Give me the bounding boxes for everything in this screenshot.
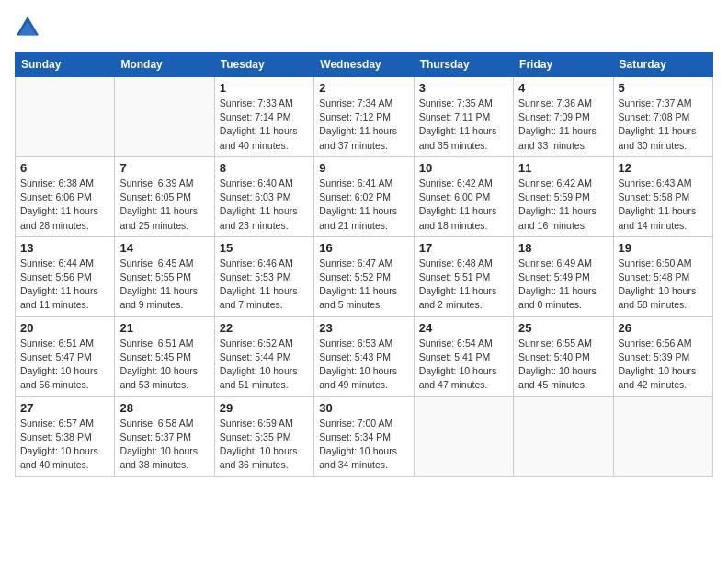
cell-info: Sunrise: 6:53 AMSunset: 5:43 PMDaylight:… (319, 337, 408, 393)
calendar-cell: 19Sunrise: 6:50 AMSunset: 5:48 PMDayligh… (613, 236, 712, 316)
day-header-saturday: Saturday (613, 52, 712, 77)
day-number: 8 (220, 161, 309, 175)
calendar-cell: 14Sunrise: 6:45 AMSunset: 5:55 PMDayligh… (115, 236, 214, 316)
cell-info: Sunrise: 6:49 AMSunset: 5:49 PMDaylight:… (518, 257, 608, 313)
week-row-4: 20Sunrise: 6:51 AMSunset: 5:47 PMDayligh… (16, 316, 713, 396)
cell-info: Sunrise: 6:46 AMSunset: 5:53 PMDaylight:… (220, 257, 309, 313)
calendar-cell: 20Sunrise: 6:51 AMSunset: 5:47 PMDayligh… (16, 316, 115, 396)
cell-info: Sunrise: 6:47 AMSunset: 5:52 PMDaylight:… (319, 257, 408, 313)
day-number: 16 (319, 241, 408, 255)
cell-info: Sunrise: 7:00 AMSunset: 5:34 PMDaylight:… (319, 417, 408, 473)
calendar-cell: 18Sunrise: 6:49 AMSunset: 5:49 PMDayligh… (514, 236, 613, 316)
calendar-cell: 27Sunrise: 6:57 AMSunset: 5:38 PMDayligh… (16, 396, 115, 477)
day-header-wednesday: Wednesday (314, 52, 414, 77)
cell-info: Sunrise: 6:43 AMSunset: 5:58 PMDaylight:… (619, 177, 708, 233)
cell-info: Sunrise: 6:41 AMSunset: 6:02 PMDaylight:… (319, 177, 408, 233)
cell-info: Sunrise: 6:59 AMSunset: 5:35 PMDaylight:… (220, 417, 309, 473)
week-row-2: 6Sunrise: 6:38 AMSunset: 6:06 PMDaylight… (16, 156, 713, 236)
header-row: SundayMondayTuesdayWednesdayThursdayFrid… (16, 52, 713, 77)
calendar-cell: 10Sunrise: 6:42 AMSunset: 6:00 PMDayligh… (414, 156, 513, 236)
cell-info: Sunrise: 6:42 AMSunset: 6:00 PMDaylight:… (419, 177, 508, 233)
logo-icon (15, 15, 40, 40)
day-number: 27 (20, 401, 109, 415)
day-number: 29 (220, 401, 309, 415)
day-number: 1 (220, 81, 309, 95)
cell-info: Sunrise: 6:51 AMSunset: 5:45 PMDaylight:… (119, 337, 209, 393)
day-header-tuesday: Tuesday (214, 52, 313, 77)
calendar-cell: 25Sunrise: 6:55 AMSunset: 5:40 PMDayligh… (514, 316, 613, 396)
day-number: 12 (619, 161, 708, 175)
cell-info: Sunrise: 6:38 AMSunset: 6:06 PMDaylight:… (20, 177, 109, 233)
cell-info: Sunrise: 6:50 AMSunset: 5:48 PMDaylight:… (619, 257, 708, 313)
day-number: 2 (319, 81, 408, 95)
cell-info: Sunrise: 6:56 AMSunset: 5:39 PMDaylight:… (619, 337, 708, 393)
day-number: 30 (319, 401, 408, 415)
calendar-cell (613, 396, 712, 477)
calendar-cell: 30Sunrise: 7:00 AMSunset: 5:34 PMDayligh… (314, 396, 414, 477)
day-number: 20 (20, 321, 109, 335)
calendar-table: SundayMondayTuesdayWednesdayThursdayFrid… (15, 52, 713, 477)
day-number: 28 (119, 401, 209, 415)
calendar-cell: 4Sunrise: 7:36 AMSunset: 7:09 PMDaylight… (514, 77, 613, 157)
cell-info: Sunrise: 6:44 AMSunset: 5:56 PMDaylight:… (20, 257, 109, 313)
calendar-cell (16, 77, 115, 157)
cell-info: Sunrise: 6:48 AMSunset: 5:51 PMDaylight:… (419, 257, 508, 313)
logo (15, 15, 44, 40)
cell-info: Sunrise: 6:57 AMSunset: 5:38 PMDaylight:… (20, 417, 109, 473)
calendar-cell: 3Sunrise: 7:35 AMSunset: 7:11 PMDaylight… (414, 77, 513, 157)
calendar-cell (514, 396, 613, 477)
calendar-cell: 1Sunrise: 7:33 AMSunset: 7:14 PMDaylight… (214, 77, 313, 157)
day-number: 26 (619, 321, 708, 335)
calendar-cell: 11Sunrise: 6:42 AMSunset: 5:59 PMDayligh… (514, 156, 613, 236)
cell-info: Sunrise: 7:33 AMSunset: 7:14 PMDaylight:… (220, 97, 309, 153)
day-number: 3 (419, 81, 508, 95)
week-row-1: 1Sunrise: 7:33 AMSunset: 7:14 PMDaylight… (16, 77, 713, 157)
day-number: 19 (619, 241, 708, 255)
calendar-cell: 6Sunrise: 6:38 AMSunset: 6:06 PMDaylight… (16, 156, 115, 236)
cell-info: Sunrise: 6:54 AMSunset: 5:41 PMDaylight:… (419, 337, 508, 393)
cell-info: Sunrise: 7:34 AMSunset: 7:12 PMDaylight:… (319, 97, 408, 153)
calendar-cell: 29Sunrise: 6:59 AMSunset: 5:35 PMDayligh… (214, 396, 313, 477)
day-number: 9 (319, 161, 408, 175)
cell-info: Sunrise: 6:45 AMSunset: 5:55 PMDaylight:… (119, 257, 209, 313)
calendar-cell: 22Sunrise: 6:52 AMSunset: 5:44 PMDayligh… (214, 316, 313, 396)
day-number: 6 (20, 161, 109, 175)
calendar-cell: 7Sunrise: 6:39 AMSunset: 6:05 PMDaylight… (115, 156, 214, 236)
calendar-cell: 16Sunrise: 6:47 AMSunset: 5:52 PMDayligh… (314, 236, 414, 316)
calendar-cell: 17Sunrise: 6:48 AMSunset: 5:51 PMDayligh… (414, 236, 513, 316)
day-number: 4 (518, 81, 608, 95)
day-header-friday: Friday (514, 52, 613, 77)
day-number: 11 (518, 161, 608, 175)
day-number: 5 (619, 81, 708, 95)
day-header-monday: Monday (115, 52, 214, 77)
calendar-cell: 13Sunrise: 6:44 AMSunset: 5:56 PMDayligh… (16, 236, 115, 316)
calendar-cell: 12Sunrise: 6:43 AMSunset: 5:58 PMDayligh… (613, 156, 712, 236)
cell-info: Sunrise: 7:36 AMSunset: 7:09 PMDaylight:… (518, 97, 608, 153)
day-number: 10 (419, 161, 508, 175)
day-number: 15 (220, 241, 309, 255)
day-number: 13 (20, 241, 109, 255)
calendar-cell: 21Sunrise: 6:51 AMSunset: 5:45 PMDayligh… (115, 316, 214, 396)
cell-info: Sunrise: 6:51 AMSunset: 5:47 PMDaylight:… (20, 337, 109, 393)
calendar-cell: 9Sunrise: 6:41 AMSunset: 6:02 PMDaylight… (314, 156, 414, 236)
cell-info: Sunrise: 6:42 AMSunset: 5:59 PMDaylight:… (518, 177, 608, 233)
calendar-cell (115, 77, 214, 157)
day-number: 24 (419, 321, 508, 335)
week-row-3: 13Sunrise: 6:44 AMSunset: 5:56 PMDayligh… (16, 236, 713, 316)
day-header-sunday: Sunday (16, 52, 115, 77)
cell-info: Sunrise: 6:52 AMSunset: 5:44 PMDaylight:… (220, 337, 309, 393)
cell-info: Sunrise: 7:35 AMSunset: 7:11 PMDaylight:… (419, 97, 508, 153)
day-number: 25 (518, 321, 608, 335)
calendar-cell: 28Sunrise: 6:58 AMSunset: 5:37 PMDayligh… (115, 396, 214, 477)
page-header (15, 15, 713, 40)
cell-info: Sunrise: 6:55 AMSunset: 5:40 PMDaylight:… (518, 337, 608, 393)
day-number: 23 (319, 321, 408, 335)
day-number: 14 (119, 241, 209, 255)
calendar-cell (414, 396, 513, 477)
cell-info: Sunrise: 7:37 AMSunset: 7:08 PMDaylight:… (619, 97, 708, 153)
day-number: 17 (419, 241, 508, 255)
week-row-5: 27Sunrise: 6:57 AMSunset: 5:38 PMDayligh… (16, 396, 713, 477)
calendar-cell: 2Sunrise: 7:34 AMSunset: 7:12 PMDaylight… (314, 77, 414, 157)
day-number: 18 (518, 241, 608, 255)
calendar-cell: 5Sunrise: 7:37 AMSunset: 7:08 PMDaylight… (613, 77, 712, 157)
